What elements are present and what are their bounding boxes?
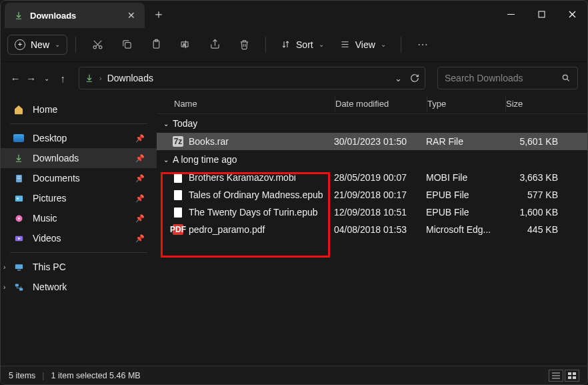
file-row[interactable]: The Twenty Days of Turin.epub 12/09/2018… (157, 204, 587, 221)
chevron-right-icon[interactable]: › (3, 284, 5, 291)
search-icon[interactable] (561, 73, 571, 83)
up-button[interactable]: ↑ (57, 69, 68, 87)
document-icon (173, 172, 183, 183)
sort-button[interactable]: Sort ⌄ (274, 35, 331, 54)
svg-rect-34 (568, 376, 571, 379)
column-header-type[interactable]: Type (427, 95, 506, 112)
copy-button[interactable] (113, 33, 140, 57)
sidebar-item-network[interactable]: › Network (1, 277, 157, 297)
column-header-size[interactable]: Size (506, 95, 579, 112)
file-row[interactable]: PDF pedro_paramo.pdf 04/08/2018 01:53 Mi… (157, 221, 587, 238)
svg-rect-35 (573, 376, 576, 379)
search-input[interactable] (445, 73, 561, 83)
file-name: pedro_paramo.pdf (189, 224, 265, 235)
toolbar: + New ⌄ A Sort ⌄ View ⌄ ⋯ (1, 27, 587, 62)
file-type: EPUB File (426, 207, 505, 218)
minimize-button[interactable] (495, 1, 526, 27)
column-header-date[interactable]: Date modified (335, 95, 427, 112)
sidebar-item-this-pc[interactable]: › This PC (1, 257, 157, 277)
thumbnails-view-button[interactable] (565, 370, 579, 382)
documents-icon (13, 173, 25, 183)
group-long-ago[interactable]: ⌄ A long time ago (157, 150, 587, 169)
chevron-right-icon[interactable]: › (3, 264, 5, 271)
refresh-button[interactable] (410, 73, 419, 83)
address-bar[interactable]: › Downloads ⌄ (79, 67, 425, 89)
forward-button[interactable]: → (26, 69, 37, 87)
sidebar: Home Desktop 📌 Downloads 📌 Documents 📌 (1, 94, 157, 366)
file-row[interactable]: Tales of Ordinary Madness.epub 21/09/201… (157, 186, 587, 204)
svg-point-4 (93, 46, 96, 49)
svg-point-22 (18, 218, 20, 220)
sort-label: Sort (296, 39, 313, 50)
details-view-button[interactable] (549, 370, 563, 382)
recent-button[interactable]: ⌄ (42, 69, 53, 87)
sidebar-item-label: Videos (33, 233, 61, 244)
file-date: 28/05/2019 00:07 (334, 172, 426, 183)
separator (401, 37, 401, 53)
separator (10, 123, 147, 124)
close-window-button[interactable] (557, 1, 587, 27)
sidebar-item-label: Music (33, 213, 57, 224)
new-tab-button[interactable]: ＋ (153, 6, 165, 22)
column-header-name[interactable]: Name (165, 95, 335, 112)
sidebar-item-desktop[interactable]: Desktop 📌 (1, 128, 157, 148)
chevron-down-icon: ⌄ (319, 41, 324, 48)
chevron-right-icon: › (99, 74, 102, 82)
status-selection: 1 item selected 5.46 MB (51, 371, 141, 380)
pin-icon: 📌 (135, 194, 145, 203)
rename-button[interactable]: A (172, 33, 199, 57)
close-tab-icon[interactable]: ✕ (127, 10, 135, 21)
svg-point-14 (563, 75, 567, 79)
svg-rect-32 (568, 372, 571, 375)
tab-downloads[interactable]: Downloads ✕ (5, 3, 145, 28)
plus-circle-icon: + (15, 39, 25, 50)
breadcrumb[interactable]: Downloads (107, 73, 153, 83)
svg-rect-1 (539, 11, 545, 17)
group-today[interactable]: ⌄ Today (157, 114, 587, 133)
sidebar-item-downloads[interactable]: Downloads 📌 (1, 148, 157, 168)
view-button[interactable]: View ⌄ (333, 35, 393, 54)
status-bar: 5 items | 1 item selected 5.46 MB (1, 366, 587, 384)
sidebar-item-label: This PC (33, 262, 66, 272)
music-icon (13, 214, 25, 224)
pin-icon: 📌 (135, 154, 145, 163)
pin-icon: 📌 (135, 174, 145, 183)
new-button[interactable]: + New ⌄ (7, 35, 67, 55)
cut-button[interactable] (84, 33, 111, 57)
view-icon (340, 39, 350, 49)
svg-rect-28 (19, 288, 23, 290)
file-size: 445 KB (505, 224, 558, 235)
this-pc-icon (13, 262, 25, 272)
paste-button[interactable] (143, 33, 169, 57)
view-label: View (355, 39, 375, 50)
chevron-down-icon: ⌄ (381, 41, 386, 48)
sidebar-item-pictures[interactable]: Pictures 📌 (1, 188, 157, 208)
more-button[interactable]: ⋯ (409, 33, 436, 57)
sidebar-item-documents[interactable]: Documents 📌 (1, 168, 157, 188)
file-type: RAR File (426, 136, 505, 147)
back-button[interactable]: ← (10, 69, 21, 87)
separator: | (42, 371, 44, 380)
sidebar-item-home[interactable]: Home (1, 99, 157, 119)
address-chevron-down-icon[interactable]: ⌄ (395, 73, 402, 83)
sidebar-item-label: Documents (33, 173, 80, 183)
file-size: 577 KB (505, 189, 558, 200)
delete-button[interactable] (231, 33, 257, 57)
search-box[interactable] (437, 67, 578, 89)
file-row[interactable]: Brothers Karamazov.mobi 28/05/2019 00:07… (157, 169, 587, 186)
download-icon (13, 153, 25, 163)
videos-icon (13, 234, 25, 244)
column-headers: Name Date modified Type Size (157, 94, 587, 114)
sidebar-item-videos[interactable]: Videos 📌 (1, 228, 157, 248)
download-icon (85, 73, 94, 83)
archive-icon: 7z (173, 136, 183, 147)
svg-rect-27 (15, 284, 18, 286)
sidebar-item-music[interactable]: Music 📌 (1, 208, 157, 228)
maximize-button[interactable] (526, 1, 557, 27)
share-button[interactable] (201, 33, 228, 57)
document-icon (173, 189, 183, 200)
download-icon (14, 11, 23, 20)
chevron-down-icon: ⌄ (163, 120, 169, 127)
file-row[interactable]: 7z Books.rar 30/01/2023 01:50 RAR File 5… (157, 133, 587, 150)
pdf-icon: PDF (173, 224, 183, 235)
